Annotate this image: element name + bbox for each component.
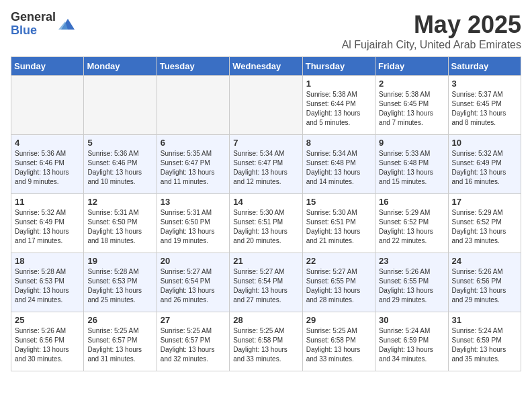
- day-number: 16: [379, 197, 444, 207]
- header-wednesday: Wednesday: [230, 57, 302, 76]
- day-info: Sunrise: 5:28 AM Sunset: 6:53 PM Dayligh…: [87, 267, 152, 305]
- logo: General Blue: [11, 11, 75, 38]
- calendar-cell: [157, 76, 229, 135]
- day-number: 29: [306, 315, 371, 325]
- day-number: 15: [306, 197, 371, 207]
- calendar-cell: 20Sunrise: 5:27 AM Sunset: 6:54 PM Dayli…: [157, 253, 229, 312]
- day-info: Sunrise: 5:29 AM Sunset: 6:52 PM Dayligh…: [452, 208, 517, 246]
- day-number: 8: [306, 138, 371, 148]
- day-number: 25: [15, 315, 80, 325]
- calendar-cell: [11, 76, 84, 135]
- day-number: 21: [233, 256, 298, 266]
- header-thursday: Thursday: [302, 57, 375, 76]
- calendar-cell: 13Sunrise: 5:31 AM Sunset: 6:50 PM Dayli…: [157, 194, 229, 253]
- calendar-cell: 21Sunrise: 5:27 AM Sunset: 6:54 PM Dayli…: [230, 253, 302, 312]
- calendar-cell: 25Sunrise: 5:26 AM Sunset: 6:56 PM Dayli…: [11, 312, 84, 371]
- calendar-cell: 7Sunrise: 5:34 AM Sunset: 6:47 PM Daylig…: [230, 135, 302, 194]
- month-title: May 2025: [342, 11, 521, 39]
- day-number: 22: [306, 256, 371, 266]
- day-number: 1: [306, 79, 371, 89]
- week-row-3: 11Sunrise: 5:32 AM Sunset: 6:49 PM Dayli…: [11, 194, 521, 253]
- day-number: 9: [379, 138, 444, 148]
- calendar-cell: 6Sunrise: 5:35 AM Sunset: 6:47 PM Daylig…: [157, 135, 229, 194]
- day-info: Sunrise: 5:24 AM Sunset: 6:59 PM Dayligh…: [379, 326, 444, 364]
- calendar-cell: 16Sunrise: 5:29 AM Sunset: 6:52 PM Dayli…: [375, 194, 448, 253]
- day-info: Sunrise: 5:26 AM Sunset: 6:56 PM Dayligh…: [452, 267, 517, 305]
- page-header: General Blue May 2025 Al Fujairah City, …: [11, 11, 521, 51]
- day-info: Sunrise: 5:26 AM Sunset: 6:55 PM Dayligh…: [379, 267, 444, 305]
- location-title: Al Fujairah City, United Arab Emirates: [342, 39, 521, 51]
- day-number: 4: [15, 138, 80, 148]
- calendar-cell: 29Sunrise: 5:25 AM Sunset: 6:58 PM Dayli…: [302, 312, 375, 371]
- day-number: 18: [15, 256, 80, 266]
- calendar-cell: 8Sunrise: 5:34 AM Sunset: 6:48 PM Daylig…: [302, 135, 375, 194]
- day-number: 7: [233, 138, 298, 148]
- day-info: Sunrise: 5:25 AM Sunset: 6:58 PM Dayligh…: [233, 326, 298, 364]
- day-info: Sunrise: 5:30 AM Sunset: 6:51 PM Dayligh…: [306, 208, 371, 246]
- day-info: Sunrise: 5:36 AM Sunset: 6:46 PM Dayligh…: [87, 149, 152, 187]
- day-info: Sunrise: 5:38 AM Sunset: 6:44 PM Dayligh…: [306, 90, 371, 128]
- calendar-cell: 2Sunrise: 5:38 AM Sunset: 6:45 PM Daylig…: [375, 76, 448, 135]
- day-info: Sunrise: 5:32 AM Sunset: 6:49 PM Dayligh…: [452, 149, 517, 187]
- calendar-cell: 28Sunrise: 5:25 AM Sunset: 6:58 PM Dayli…: [230, 312, 302, 371]
- day-number: 27: [161, 315, 226, 325]
- calendar-cell: 22Sunrise: 5:27 AM Sunset: 6:55 PM Dayli…: [302, 253, 375, 312]
- header-row: SundayMondayTuesdayWednesdayThursdayFrid…: [11, 57, 521, 76]
- calendar-cell: 17Sunrise: 5:29 AM Sunset: 6:52 PM Dayli…: [448, 194, 521, 253]
- day-info: Sunrise: 5:25 AM Sunset: 6:57 PM Dayligh…: [87, 326, 152, 364]
- calendar-cell: 26Sunrise: 5:25 AM Sunset: 6:57 PM Dayli…: [84, 312, 157, 371]
- logo-general: General: [11, 11, 56, 24]
- day-number: 28: [233, 315, 298, 325]
- day-info: Sunrise: 5:25 AM Sunset: 6:57 PM Dayligh…: [161, 326, 226, 364]
- header-monday: Monday: [84, 57, 157, 76]
- calendar-cell: 10Sunrise: 5:32 AM Sunset: 6:49 PM Dayli…: [448, 135, 521, 194]
- day-number: 14: [233, 197, 298, 207]
- day-info: Sunrise: 5:35 AM Sunset: 6:47 PM Dayligh…: [161, 149, 226, 187]
- calendar-cell: 24Sunrise: 5:26 AM Sunset: 6:56 PM Dayli…: [448, 253, 521, 312]
- week-row-4: 18Sunrise: 5:28 AM Sunset: 6:53 PM Dayli…: [11, 253, 521, 312]
- day-info: Sunrise: 5:30 AM Sunset: 6:51 PM Dayligh…: [233, 208, 298, 246]
- day-info: Sunrise: 5:33 AM Sunset: 6:48 PM Dayligh…: [379, 149, 444, 187]
- calendar-cell: 5Sunrise: 5:36 AM Sunset: 6:46 PM Daylig…: [84, 135, 157, 194]
- day-info: Sunrise: 5:31 AM Sunset: 6:50 PM Dayligh…: [87, 208, 152, 246]
- day-info: Sunrise: 5:27 AM Sunset: 6:54 PM Dayligh…: [161, 267, 226, 305]
- header-saturday: Saturday: [448, 57, 521, 76]
- logo-icon: [58, 16, 75, 32]
- day-info: Sunrise: 5:29 AM Sunset: 6:52 PM Dayligh…: [379, 208, 444, 246]
- day-number: 26: [87, 315, 152, 325]
- day-info: Sunrise: 5:36 AM Sunset: 6:46 PM Dayligh…: [15, 149, 80, 187]
- day-info: Sunrise: 5:34 AM Sunset: 6:47 PM Dayligh…: [233, 149, 298, 187]
- calendar-cell: 11Sunrise: 5:32 AM Sunset: 6:49 PM Dayli…: [11, 194, 84, 253]
- day-number: 5: [87, 138, 152, 148]
- calendar-cell: [84, 76, 157, 135]
- calendar-cell: 31Sunrise: 5:24 AM Sunset: 6:59 PM Dayli…: [448, 312, 521, 371]
- calendar-table: SundayMondayTuesdayWednesdayThursdayFrid…: [11, 56, 521, 371]
- day-info: Sunrise: 5:38 AM Sunset: 6:45 PM Dayligh…: [379, 90, 444, 128]
- calendar-cell: [230, 76, 302, 135]
- calendar-cell: 23Sunrise: 5:26 AM Sunset: 6:55 PM Dayli…: [375, 253, 448, 312]
- calendar-cell: 3Sunrise: 5:37 AM Sunset: 6:45 PM Daylig…: [448, 76, 521, 135]
- day-number: 24: [452, 256, 517, 266]
- day-info: Sunrise: 5:28 AM Sunset: 6:53 PM Dayligh…: [15, 267, 80, 305]
- day-number: 10: [452, 138, 517, 148]
- title-block: May 2025 Al Fujairah City, United Arab E…: [342, 11, 521, 51]
- day-info: Sunrise: 5:24 AM Sunset: 6:59 PM Dayligh…: [452, 326, 517, 364]
- day-number: 19: [87, 256, 152, 266]
- day-info: Sunrise: 5:27 AM Sunset: 6:55 PM Dayligh…: [306, 267, 371, 305]
- header-friday: Friday: [375, 57, 448, 76]
- calendar-cell: 14Sunrise: 5:30 AM Sunset: 6:51 PM Dayli…: [230, 194, 302, 253]
- calendar-cell: 30Sunrise: 5:24 AM Sunset: 6:59 PM Dayli…: [375, 312, 448, 371]
- week-row-1: 1Sunrise: 5:38 AM Sunset: 6:44 PM Daylig…: [11, 76, 521, 135]
- day-number: 23: [379, 256, 444, 266]
- day-number: 20: [161, 256, 226, 266]
- day-info: Sunrise: 5:37 AM Sunset: 6:45 PM Dayligh…: [452, 90, 517, 128]
- day-info: Sunrise: 5:27 AM Sunset: 6:54 PM Dayligh…: [233, 267, 298, 305]
- week-row-5: 25Sunrise: 5:26 AM Sunset: 6:56 PM Dayli…: [11, 312, 521, 371]
- calendar-cell: 1Sunrise: 5:38 AM Sunset: 6:44 PM Daylig…: [302, 76, 375, 135]
- day-number: 11: [15, 197, 80, 207]
- header-tuesday: Tuesday: [157, 57, 229, 76]
- day-number: 30: [379, 315, 444, 325]
- day-info: Sunrise: 5:34 AM Sunset: 6:48 PM Dayligh…: [306, 149, 371, 187]
- day-number: 17: [452, 197, 517, 207]
- day-number: 31: [452, 315, 517, 325]
